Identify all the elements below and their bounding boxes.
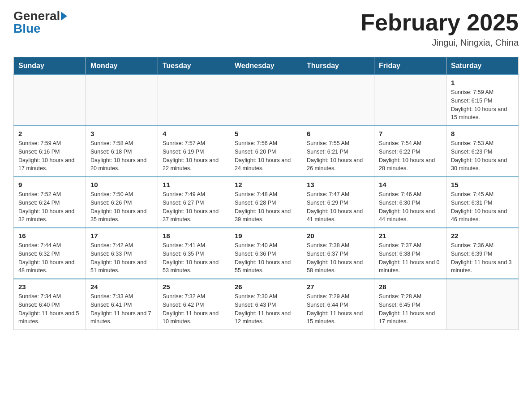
day-info: Sunrise: 7:47 AMSunset: 6:29 PMDaylight:… xyxy=(307,190,369,224)
calendar-cell: 3Sunrise: 7:58 AMSunset: 6:18 PMDaylight… xyxy=(86,126,158,177)
calendar-cell: 2Sunrise: 7:59 AMSunset: 6:16 PMDaylight… xyxy=(14,126,86,177)
calendar-cell: 4Sunrise: 7:57 AMSunset: 6:19 PMDaylight… xyxy=(158,126,230,177)
day-number: 26 xyxy=(235,283,297,291)
day-info: Sunrise: 7:41 AMSunset: 6:35 PMDaylight:… xyxy=(163,241,225,275)
day-info: Sunrise: 7:59 AMSunset: 6:16 PMDaylight:… xyxy=(18,139,81,173)
calendar-cell: 9Sunrise: 7:52 AMSunset: 6:24 PMDaylight… xyxy=(14,177,86,228)
calendar-cell: 28Sunrise: 7:28 AMSunset: 6:45 PMDayligh… xyxy=(374,279,446,330)
day-info: Sunrise: 7:54 AMSunset: 6:22 PMDaylight:… xyxy=(379,139,442,173)
day-number: 17 xyxy=(90,232,153,240)
calendar-cell: 8Sunrise: 7:53 AMSunset: 6:23 PMDaylight… xyxy=(446,126,519,177)
calendar-cell: 7Sunrise: 7:54 AMSunset: 6:22 PMDaylight… xyxy=(374,126,446,177)
day-info: Sunrise: 7:34 AMSunset: 6:40 PMDaylight:… xyxy=(18,292,81,326)
day-info: Sunrise: 7:50 AMSunset: 6:26 PMDaylight:… xyxy=(90,190,153,224)
day-number: 20 xyxy=(307,232,369,240)
day-number: 10 xyxy=(90,181,153,188)
day-info: Sunrise: 7:28 AMSunset: 6:45 PMDaylight:… xyxy=(379,292,442,326)
day-info: Sunrise: 7:53 AMSunset: 6:23 PMDaylight:… xyxy=(451,139,514,173)
calendar-cell: 11Sunrise: 7:49 AMSunset: 6:27 PMDayligh… xyxy=(158,177,230,228)
calendar-cell: 22Sunrise: 7:36 AMSunset: 6:39 PMDayligh… xyxy=(446,228,519,279)
month-title: February 2025 xyxy=(360,9,519,36)
day-info: Sunrise: 7:42 AMSunset: 6:33 PMDaylight:… xyxy=(90,241,153,275)
day-info: Sunrise: 7:44 AMSunset: 6:32 PMDaylight:… xyxy=(18,241,81,275)
calendar-cell: 16Sunrise: 7:44 AMSunset: 6:32 PMDayligh… xyxy=(14,228,86,279)
calendar-cell: 27Sunrise: 7:29 AMSunset: 6:44 PMDayligh… xyxy=(302,279,374,330)
day-number: 18 xyxy=(163,232,225,240)
calendar-cell: 15Sunrise: 7:45 AMSunset: 6:31 PMDayligh… xyxy=(446,177,519,228)
calendar-cell xyxy=(446,279,519,330)
calendar-cell: 25Sunrise: 7:32 AMSunset: 6:42 PMDayligh… xyxy=(158,279,230,330)
calendar-cell: 14Sunrise: 7:46 AMSunset: 6:30 PMDayligh… xyxy=(374,177,446,228)
calendar-cell: 17Sunrise: 7:42 AMSunset: 6:33 PMDayligh… xyxy=(86,228,158,279)
calendar-cell: 23Sunrise: 7:34 AMSunset: 6:40 PMDayligh… xyxy=(14,279,86,330)
calendar-table: SundayMondayTuesdayWednesdayThursdayFrid… xyxy=(13,57,519,330)
weekday-header-tuesday: Tuesday xyxy=(158,57,230,75)
calendar-week-2: 9Sunrise: 7:52 AMSunset: 6:24 PMDaylight… xyxy=(14,177,519,228)
calendar-week-4: 23Sunrise: 7:34 AMSunset: 6:40 PMDayligh… xyxy=(14,279,519,330)
calendar-cell xyxy=(302,75,374,126)
day-number: 19 xyxy=(235,232,297,240)
day-info: Sunrise: 7:38 AMSunset: 6:37 PMDaylight:… xyxy=(307,241,369,275)
calendar-cell: 13Sunrise: 7:47 AMSunset: 6:29 PMDayligh… xyxy=(302,177,374,228)
day-info: Sunrise: 7:57 AMSunset: 6:19 PMDaylight:… xyxy=(163,139,225,173)
calendar-cell: 10Sunrise: 7:50 AMSunset: 6:26 PMDayligh… xyxy=(86,177,158,228)
day-info: Sunrise: 7:55 AMSunset: 6:21 PMDaylight:… xyxy=(307,139,369,173)
calendar-body: 1Sunrise: 7:59 AMSunset: 6:15 PMDaylight… xyxy=(14,75,519,330)
day-number: 13 xyxy=(307,181,369,188)
day-info: Sunrise: 7:56 AMSunset: 6:20 PMDaylight:… xyxy=(235,139,297,173)
calendar-cell: 19Sunrise: 7:40 AMSunset: 6:36 PMDayligh… xyxy=(230,228,302,279)
calendar-week-3: 16Sunrise: 7:44 AMSunset: 6:32 PMDayligh… xyxy=(14,228,519,279)
logo-blue-text: Blue xyxy=(13,21,41,36)
calendar-cell xyxy=(86,75,158,126)
day-number: 12 xyxy=(235,181,297,188)
calendar-header: SundayMondayTuesdayWednesdayThursdayFrid… xyxy=(14,57,519,75)
day-info: Sunrise: 7:46 AMSunset: 6:30 PMDaylight:… xyxy=(379,190,442,224)
day-number: 28 xyxy=(379,283,442,291)
day-number: 11 xyxy=(163,181,225,188)
weekday-header-saturday: Saturday xyxy=(446,57,519,75)
weekday-header-row: SundayMondayTuesdayWednesdayThursdayFrid… xyxy=(14,57,519,75)
day-info: Sunrise: 7:32 AMSunset: 6:42 PMDaylight:… xyxy=(163,292,225,326)
calendar-cell: 5Sunrise: 7:56 AMSunset: 6:20 PMDaylight… xyxy=(230,126,302,177)
day-number: 23 xyxy=(18,283,81,291)
calendar-cell: 18Sunrise: 7:41 AMSunset: 6:35 PMDayligh… xyxy=(158,228,230,279)
day-number: 3 xyxy=(90,130,153,137)
weekday-header-thursday: Thursday xyxy=(302,57,374,75)
day-number: 27 xyxy=(307,283,369,291)
location-label: Jingui, Ningxia, China xyxy=(360,38,519,48)
day-number: 6 xyxy=(307,130,369,137)
day-number: 22 xyxy=(451,232,514,240)
day-info: Sunrise: 7:37 AMSunset: 6:38 PMDaylight:… xyxy=(379,241,442,275)
day-info: Sunrise: 7:36 AMSunset: 6:39 PMDaylight:… xyxy=(451,241,514,275)
page-header: General Blue February 2025 Jingui, Ningx… xyxy=(13,9,519,48)
day-number: 2 xyxy=(18,130,81,137)
day-number: 16 xyxy=(18,232,81,240)
calendar-cell: 24Sunrise: 7:33 AMSunset: 6:41 PMDayligh… xyxy=(86,279,158,330)
day-number: 25 xyxy=(163,283,225,291)
day-number: 15 xyxy=(451,181,514,188)
calendar-cell: 21Sunrise: 7:37 AMSunset: 6:38 PMDayligh… xyxy=(374,228,446,279)
day-info: Sunrise: 7:40 AMSunset: 6:36 PMDaylight:… xyxy=(235,241,297,275)
day-number: 1 xyxy=(451,79,514,86)
logo-arrow-icon xyxy=(61,12,67,21)
title-section: February 2025 Jingui, Ningxia, China xyxy=(360,9,519,48)
logo: General Blue xyxy=(13,9,67,36)
day-number: 7 xyxy=(379,130,442,137)
day-info: Sunrise: 7:52 AMSunset: 6:24 PMDaylight:… xyxy=(18,190,81,224)
day-info: Sunrise: 7:45 AMSunset: 6:31 PMDaylight:… xyxy=(451,190,514,224)
calendar-cell: 12Sunrise: 7:48 AMSunset: 6:28 PMDayligh… xyxy=(230,177,302,228)
day-number: 21 xyxy=(379,232,442,240)
day-number: 9 xyxy=(18,181,81,188)
day-number: 14 xyxy=(379,181,442,188)
day-info: Sunrise: 7:58 AMSunset: 6:18 PMDaylight:… xyxy=(90,139,153,173)
day-info: Sunrise: 7:59 AMSunset: 6:15 PMDaylight:… xyxy=(451,88,514,122)
weekday-header-monday: Monday xyxy=(86,57,158,75)
day-info: Sunrise: 7:49 AMSunset: 6:27 PMDaylight:… xyxy=(163,190,225,224)
calendar-cell xyxy=(374,75,446,126)
calendar-cell xyxy=(158,75,230,126)
calendar-cell: 20Sunrise: 7:38 AMSunset: 6:37 PMDayligh… xyxy=(302,228,374,279)
calendar-cell: 26Sunrise: 7:30 AMSunset: 6:43 PMDayligh… xyxy=(230,279,302,330)
calendar-cell xyxy=(230,75,302,126)
day-number: 5 xyxy=(235,130,297,137)
day-info: Sunrise: 7:29 AMSunset: 6:44 PMDaylight:… xyxy=(307,292,369,326)
